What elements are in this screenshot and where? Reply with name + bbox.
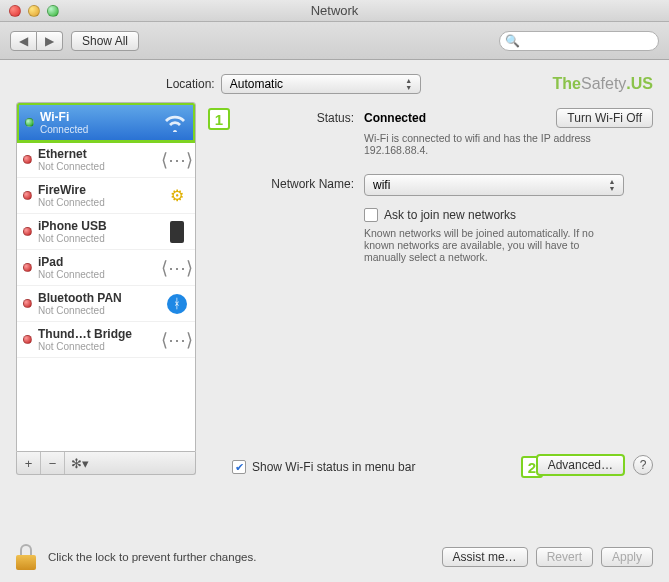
- network-name-select[interactable]: wifi ▲▼: [364, 174, 624, 196]
- annotation-marker-1: 1: [208, 108, 230, 130]
- sidebar-item-label: Wi-Fi: [40, 110, 163, 124]
- action-menu-button[interactable]: ✻▾: [65, 452, 95, 474]
- sidebar-item-label: Thund…t Bridge: [38, 327, 165, 341]
- sidebar-item-status: Not Connected: [38, 341, 165, 352]
- show-all-button[interactable]: Show All: [71, 31, 139, 51]
- brand-logo: The Safety .US: [553, 75, 653, 93]
- sidebar-item-bluetooth-pan[interactable]: Bluetooth PAN Not Connected ᚼ: [17, 286, 195, 322]
- location-label: Location:: [166, 77, 215, 91]
- search-icon: 🔍: [505, 34, 520, 48]
- ask-to-join-checkbox[interactable]: [364, 208, 378, 222]
- updown-icon: ▲▼: [402, 75, 416, 93]
- location-select[interactable]: Automatic ▲▼: [221, 74, 421, 94]
- sidebar-item-firewire[interactable]: FireWire Not Connected ⚙: [17, 178, 195, 214]
- content: 1 Status: Connected Turn Wi-Fi Off Wi-Fi…: [208, 102, 653, 474]
- sidebar-item-status: Not Connected: [38, 233, 165, 244]
- sidebar-item-label: iPhone USB: [38, 219, 165, 233]
- bluetooth-icon: ᚼ: [165, 293, 189, 315]
- sidebar-item-status: Not Connected: [38, 269, 165, 280]
- main: Wi-Fi Connected Ethernet Not Connected ⟨…: [0, 102, 669, 475]
- lock-icon[interactable]: [16, 544, 38, 570]
- status-dot-icon: [23, 191, 32, 200]
- sidebar-footer: + − ✻▾: [16, 452, 196, 475]
- show-status-label: Show Wi-Fi status in menu bar: [252, 460, 415, 474]
- network-name-label: Network Name:: [238, 174, 364, 191]
- updown-icon: ▲▼: [605, 175, 619, 195]
- sidebar: Wi-Fi Connected Ethernet Not Connected ⟨…: [16, 102, 196, 475]
- sidebar-item-label: Bluetooth PAN: [38, 291, 165, 305]
- titlebar: Network: [0, 0, 669, 22]
- add-service-button[interactable]: +: [17, 452, 41, 474]
- status-dot-icon: [23, 299, 32, 308]
- network-name-value: wifi: [373, 178, 390, 192]
- assist-me-button[interactable]: Assist me…: [442, 547, 528, 567]
- sidebar-list: Wi-Fi Connected Ethernet Not Connected ⟨…: [16, 102, 196, 452]
- status-value: Connected: [364, 111, 426, 125]
- turn-wifi-off-button[interactable]: Turn Wi-Fi Off: [556, 108, 653, 128]
- status-dot-icon: [25, 118, 34, 127]
- nav-group: ◀ ▶: [10, 31, 63, 51]
- show-status-checkbox[interactable]: ✔: [232, 460, 246, 474]
- location-row: Location: Automatic ▲▼ The Safety .US: [0, 60, 669, 102]
- ask-to-join-label: Ask to join new networks: [384, 208, 516, 222]
- remove-service-button[interactable]: −: [41, 452, 65, 474]
- sidebar-item-label: Ethernet: [38, 147, 165, 161]
- sidebar-item-wifi[interactable]: Wi-Fi Connected: [16, 102, 196, 143]
- help-button[interactable]: ?: [633, 455, 653, 475]
- sidebar-item-status: Not Connected: [38, 305, 165, 316]
- sidebar-item-ipad[interactable]: iPad Not Connected ⟨⋯⟩: [17, 250, 195, 286]
- toolbar: ◀ ▶ Show All 🔍: [0, 22, 669, 60]
- apply-button[interactable]: Apply: [601, 547, 653, 567]
- lock-text: Click the lock to prevent further change…: [48, 551, 256, 563]
- status-dot-icon: [23, 335, 32, 344]
- status-dot-icon: [23, 155, 32, 164]
- status-dot-icon: [23, 263, 32, 272]
- window-title: Network: [0, 3, 669, 18]
- forward-button[interactable]: ▶: [37, 31, 63, 51]
- known-networks-description: Known networks will be joined automatica…: [364, 227, 614, 263]
- wifi-icon: [163, 112, 187, 134]
- thunderbolt-icon: ⟨⋯⟩: [165, 329, 189, 351]
- status-description: Wi-Fi is connected to wifi and has the I…: [364, 132, 594, 156]
- search-wrap: 🔍: [499, 31, 659, 51]
- sidebar-item-status: Connected: [40, 124, 163, 135]
- back-button[interactable]: ◀: [10, 31, 37, 51]
- status-label: Status:: [238, 108, 364, 125]
- sidebar-item-label: iPad: [38, 255, 165, 269]
- footer: Click the lock to prevent further change…: [16, 544, 653, 570]
- iphone-icon: [165, 221, 189, 243]
- sidebar-item-thunderbolt-bridge[interactable]: Thund…t Bridge Not Connected ⟨⋯⟩: [17, 322, 195, 358]
- search-input[interactable]: [499, 31, 659, 51]
- ethernet-icon: ⟨⋯⟩: [165, 149, 189, 171]
- status-dot-icon: [23, 227, 32, 236]
- sidebar-item-ethernet[interactable]: Ethernet Not Connected ⟨⋯⟩: [17, 142, 195, 178]
- revert-button[interactable]: Revert: [536, 547, 593, 567]
- ipad-icon: ⟨⋯⟩: [165, 257, 189, 279]
- advanced-button[interactable]: Advanced…: [536, 454, 625, 476]
- sidebar-item-label: FireWire: [38, 183, 165, 197]
- sidebar-item-status: Not Connected: [38, 161, 165, 172]
- location-value: Automatic: [230, 77, 283, 91]
- sidebar-item-status: Not Connected: [38, 197, 165, 208]
- firewire-icon: ⚙: [165, 185, 189, 207]
- sidebar-item-iphone-usb[interactable]: iPhone USB Not Connected: [17, 214, 195, 250]
